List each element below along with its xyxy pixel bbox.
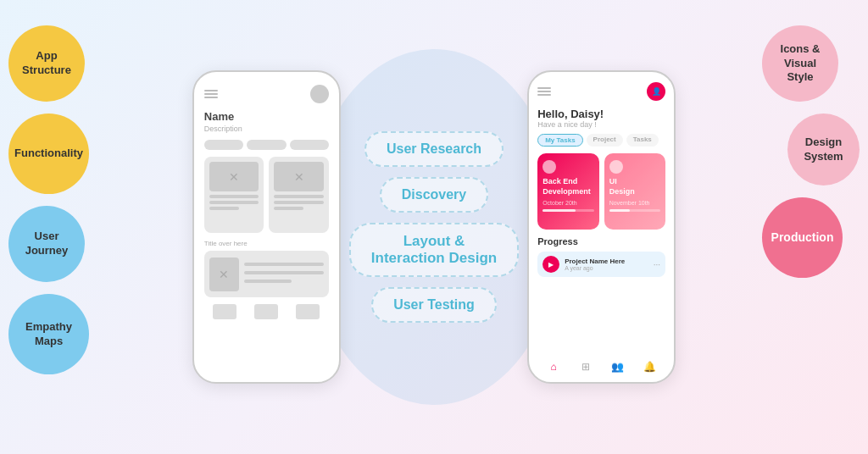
progress-time: A year ago (565, 265, 648, 271)
card-date-2: November 10th (609, 200, 661, 206)
task-card-2: UIDesign November 10th (604, 153, 666, 230)
progress-item: ▶ Project Name Here A year ago ··· (537, 252, 665, 277)
right-bubbles: Icons & Visual Style Design System Produ… (762, 25, 860, 278)
hamburger-icon (204, 90, 218, 98)
progress-menu-dots[interactable]: ··· (654, 260, 660, 269)
process-labels: User Research Discovery Layout &Interact… (332, 131, 536, 323)
card-title-1: Back EndDevelopment (542, 177, 594, 197)
left-bubbles: App Structure Functionality User Journey… (8, 25, 89, 374)
tab-my-tasks[interactable]: My Tasks (537, 134, 582, 147)
progress-section-label: Progress (537, 236, 665, 246)
wire-big-x: ✕ (209, 257, 239, 291)
bubble-design-system[interactable]: Design System (787, 114, 860, 185)
nav-bell-icon[interactable]: 🔔 (641, 358, 658, 375)
colorful-header: 👤 (537, 82, 665, 101)
task-card-1: Back EndDevelopment October 20th (537, 153, 599, 230)
wire-section-title: Title over here (204, 240, 329, 247)
bubble-app-structure[interactable]: App Structure (8, 25, 85, 102)
wire-card-1: ✕ (204, 157, 264, 233)
hamburger-icon-2 (537, 87, 551, 96)
card-progress-fill-2 (609, 209, 630, 212)
card-date-1: October 20th (542, 200, 594, 206)
wire-tab-1 (204, 140, 243, 150)
wire-tab-3 (290, 140, 329, 150)
phone-name: Name (204, 110, 329, 123)
phone-subtitle: Description (204, 125, 329, 133)
wire-big-card: ✕ (204, 251, 329, 297)
wire-big-lines (244, 263, 324, 285)
wire-cards: ✕ ✕ (204, 157, 329, 233)
progress-icon: ▶ (542, 256, 559, 273)
step-user-testing[interactable]: User Testing (371, 287, 497, 323)
red-avatar: 👤 (647, 82, 665, 101)
step-user-research[interactable]: User Research (364, 131, 504, 167)
bubble-icons-visual[interactable]: Icons & Visual Style (762, 25, 838, 102)
card-user-icon-2 (609, 160, 623, 174)
wireframe-header (204, 85, 329, 103)
wire-nav-1 (213, 304, 236, 319)
card-user-icon (542, 160, 556, 174)
wire-bottom-nav (204, 304, 329, 319)
main-container: App Structure Functionality User Journey… (0, 0, 868, 454)
bottom-nav: ⌂ ⊞ 👥 🔔 (529, 358, 674, 375)
tab-tasks[interactable]: Tasks (626, 134, 659, 147)
wire-x-2: ✕ (274, 162, 324, 191)
greeting-text: Hello, Daisy! (537, 108, 665, 120)
tab-project[interactable]: Project (587, 134, 623, 147)
wire-nav-3 (296, 304, 320, 319)
card-progress-fill-1 (542, 209, 576, 212)
step-layout-interaction[interactable]: Layout &Interaction Design (349, 223, 519, 277)
bubble-production[interactable]: Production (762, 197, 843, 278)
progress-name: Project Name Here (565, 257, 648, 265)
phone-colorful: 👤 Hello, Daisy! Have a nice day ! My Tas… (527, 70, 676, 384)
nav-home-icon[interactable]: ⌂ (545, 358, 562, 375)
task-cards: Back EndDevelopment October 20th UIDesig… (537, 153, 665, 230)
task-tabs: My Tasks Project Tasks (537, 134, 665, 147)
bubble-user-journey[interactable]: User Journey (8, 206, 85, 282)
card-title-2: UIDesign (609, 177, 661, 197)
wire-x-1: ✕ (209, 162, 259, 191)
nav-people-icon[interactable]: 👥 (609, 358, 626, 375)
bubble-empathy-maps[interactable]: Empathy Maps (8, 294, 89, 374)
bubble-functionality[interactable]: Functionality (8, 114, 89, 194)
wire-card-2: ✕ (269, 157, 329, 233)
subgreeting-text: Have a nice day ! (537, 120, 665, 129)
avatar-circle (310, 85, 329, 103)
wire-tabs (204, 140, 329, 150)
phone-wireframe: Name Description ✕ ✕ (192, 70, 341, 384)
nav-grid-icon[interactable]: ⊞ (577, 358, 594, 375)
wire-tab-2 (247, 140, 286, 150)
central-area: Name Description ✕ ✕ (129, 15, 739, 439)
wire-nav-2 (254, 304, 278, 319)
step-discovery[interactable]: Discovery (380, 177, 489, 213)
